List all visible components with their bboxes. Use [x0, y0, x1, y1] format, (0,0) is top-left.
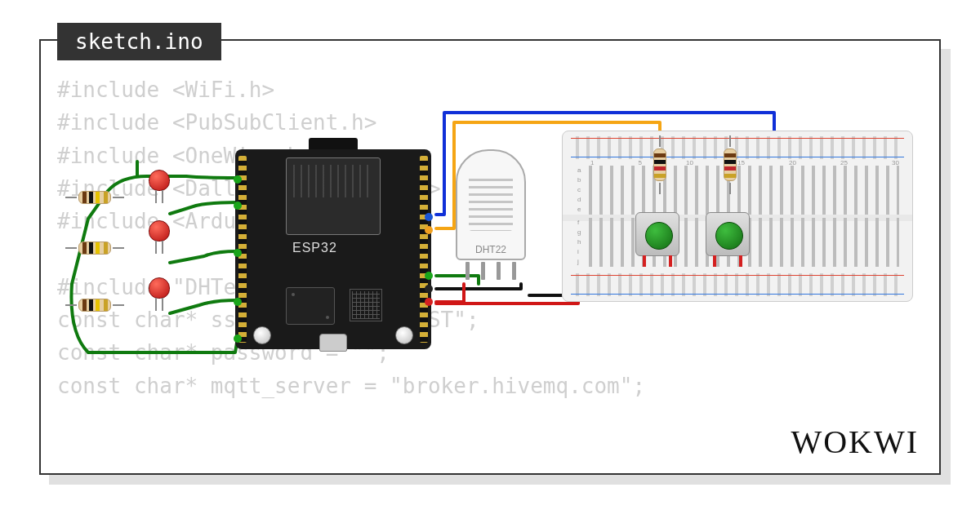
- esp32-lpin-1[interactable]: [234, 175, 242, 184]
- pushbutton-1[interactable]: [635, 212, 679, 256]
- breadboard-top-rail[interactable]: [576, 136, 899, 159]
- resistor-button-1[interactable]: [653, 144, 666, 186]
- dht22-label: DHT22: [456, 244, 526, 255]
- esp32-regulator: [286, 287, 335, 325]
- breadboard-strip-top[interactable]: [589, 166, 899, 215]
- esp32-usb-chip: [350, 289, 382, 321]
- dht22-grille: [469, 174, 513, 231]
- led-1[interactable]: [149, 170, 170, 191]
- esp32-en-button[interactable]: [395, 326, 413, 344]
- esp32-pin-red[interactable]: [425, 298, 433, 306]
- pushbutton-2[interactable]: [706, 212, 750, 256]
- resistor-led-2[interactable]: [74, 241, 116, 255]
- led-3[interactable]: [149, 277, 170, 299]
- breadboard-rowlabels-bottom: fghij: [577, 218, 581, 267]
- esp32-boot-button[interactable]: [253, 326, 271, 344]
- esp32-label: ESP32: [292, 241, 337, 255]
- filename-tab: sketch.ino: [57, 23, 221, 60]
- esp32-pin-black[interactable]: [425, 285, 433, 293]
- breadboard-collabels: 1 5 10 15 20 25 30: [590, 159, 899, 166]
- circuit-canvas[interactable]: ESP32 DHT22 abcde f: [39, 39, 941, 475]
- breadboard-rowlabels-top: abcde: [577, 166, 581, 215]
- filename-text: sketch.ino: [75, 29, 203, 54]
- esp32-lpin-2[interactable]: [234, 202, 242, 210]
- esp32-shield: [286, 157, 381, 235]
- resistor-led-3[interactable]: [74, 299, 116, 312]
- esp32-right-pins[interactable]: [420, 156, 428, 343]
- led-2[interactable]: [149, 220, 170, 241]
- esp32-pin-blue[interactable]: [425, 213, 433, 221]
- esp32-lpin-4[interactable]: [234, 298, 242, 306]
- esp32-lpin-5[interactable]: [234, 335, 242, 343]
- esp32-usb-port: [319, 334, 347, 352]
- esp32-antenna: [309, 138, 358, 149]
- esp32-board[interactable]: ESP32: [235, 149, 431, 349]
- wokwi-logo-text: WOKWI: [791, 423, 919, 460]
- wokwi-logo: WOKWI: [791, 423, 919, 461]
- dht22-pins[interactable]: [466, 262, 516, 280]
- resistor-led-1[interactable]: [74, 191, 116, 204]
- esp32-pin-orange[interactable]: [425, 226, 433, 234]
- dht22-sensor[interactable]: DHT22: [456, 149, 526, 280]
- esp32-pin-green[interactable]: [425, 272, 433, 280]
- breadboard-bottom-rail[interactable]: [576, 273, 899, 296]
- esp32-lpin-3[interactable]: [234, 249, 242, 257]
- resistor-button-2[interactable]: [724, 144, 737, 186]
